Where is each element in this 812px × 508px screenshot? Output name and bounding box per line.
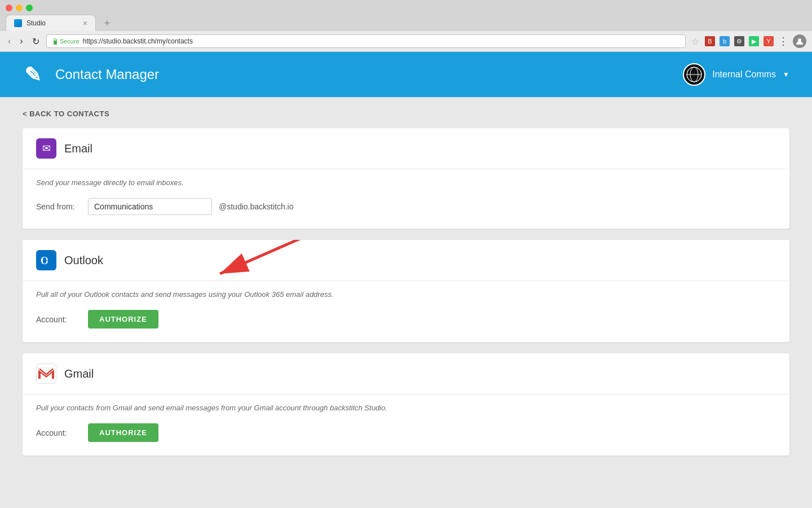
maximize-window-button[interactable]: [26, 5, 33, 11]
outlook-card-title: Outlook: [64, 254, 103, 267]
gmail-account-label: Account:: [36, 428, 81, 437]
gmail-icon: [36, 364, 56, 384]
toolbar-icons: ☆ B b ⚙ ▶ Y ⋮: [690, 34, 806, 48]
menu-button[interactable]: ⋮: [778, 36, 788, 46]
ext-icon-3[interactable]: ⚙: [734, 36, 744, 46]
svg-rect-0: [54, 41, 57, 45]
outlook-icon: O 365: [36, 250, 56, 270]
send-from-input[interactable]: [88, 198, 212, 215]
close-window-button[interactable]: [6, 5, 12, 11]
traffic-lights: [6, 5, 806, 11]
outlook-account-field: Account: AUTHORIZE: [36, 310, 776, 329]
refresh-button[interactable]: ↻: [30, 35, 42, 48]
email-description: Send your message directly to email inbo…: [36, 178, 776, 187]
gmail-card-title: Gmail: [64, 367, 94, 380]
email-send-from-field: Send from: @studio.backstitch.io: [36, 198, 776, 215]
bookmark-icon[interactable]: ☆: [690, 36, 700, 46]
outlook-authorize-button[interactable]: AUTHORIZE: [88, 310, 158, 329]
tab-favicon: [14, 19, 22, 27]
gmail-account-field: Account: AUTHORIZE: [36, 423, 776, 442]
outlook-card-body: Pull all of your Outlook contacts and se…: [23, 281, 789, 342]
ext-icon-5[interactable]: Y: [764, 36, 774, 46]
new-tab-button[interactable]: +: [97, 15, 117, 31]
gmail-card-body: Pull your contacts from Gmail and send e…: [23, 395, 789, 456]
address-bar[interactable]: Secure https://studio.backstit.ch/my/con…: [46, 34, 686, 48]
secure-badge: Secure: [52, 38, 80, 45]
main-content: < BACK TO CONTACTS ✉ Email Send your mes…: [0, 97, 812, 508]
outlook-account-label: Account:: [36, 315, 81, 324]
email-card-body: Send your message directly to email inbo…: [23, 169, 789, 229]
svg-text:✎: ✎: [24, 63, 41, 86]
header-right: Internal Comms ▼: [683, 63, 789, 86]
email-card-title: Email: [64, 142, 92, 155]
browser-toolbar: ‹ › ↻ Secure https://studio.backstit.ch/…: [0, 31, 812, 52]
gmail-card-header: Gmail: [23, 353, 789, 395]
send-from-label: Send from:: [36, 202, 81, 211]
back-button[interactable]: ‹: [6, 35, 13, 47]
email-card: ✉ Email Send your message directly to em…: [23, 128, 789, 229]
ext-icon-4[interactable]: ▶: [749, 36, 759, 46]
gmail-description: Pull your contacts from Gmail and send e…: [36, 404, 776, 412]
ext-icon-2[interactable]: b: [720, 36, 730, 46]
email-card-header: ✉ Email: [23, 128, 789, 169]
header-left: ✎ Contact Manager: [23, 62, 159, 87]
minimize-window-button[interactable]: [16, 5, 23, 11]
org-avatar[interactable]: [683, 63, 705, 86]
org-name: Internal Comms: [712, 69, 776, 80]
tab-bar: Studio × +: [6, 15, 806, 31]
svg-text:365: 365: [46, 256, 54, 262]
tab-close-button[interactable]: ×: [83, 19, 87, 28]
app-logo[interactable]: ✎: [23, 62, 47, 87]
ext-icon-1[interactable]: B: [705, 36, 715, 46]
browser-chrome: Studio × +: [0, 0, 812, 31]
back-to-contacts-link[interactable]: < BACK TO CONTACTS: [23, 110, 109, 118]
app-title: Contact Manager: [55, 67, 159, 82]
active-tab[interactable]: Studio ×: [6, 15, 96, 31]
org-dropdown-arrow[interactable]: ▼: [783, 71, 789, 78]
email-domain-suffix: @studio.backstitch.io: [219, 202, 294, 211]
outlook-description: Pull all of your Outlook contacts and se…: [36, 290, 776, 299]
gmail-authorize-button[interactable]: AUTHORIZE: [88, 423, 158, 442]
tab-title: Studio: [27, 19, 46, 27]
forward-button[interactable]: ›: [17, 35, 25, 47]
app-header: ✎ Contact Manager Internal Comms ▼: [0, 52, 812, 97]
url-text: https://studio.backstit.ch/my/contacts: [83, 37, 193, 45]
email-icon: ✉: [36, 138, 56, 159]
profile-icon[interactable]: [793, 34, 806, 48]
outlook-card-header: O 365 Outlook: [23, 240, 789, 281]
outlook-card: O 365 Outlook Pull all of your Outlook c…: [23, 240, 789, 342]
gmail-card: Gmail Pull your contacts from Gmail and …: [23, 353, 789, 456]
